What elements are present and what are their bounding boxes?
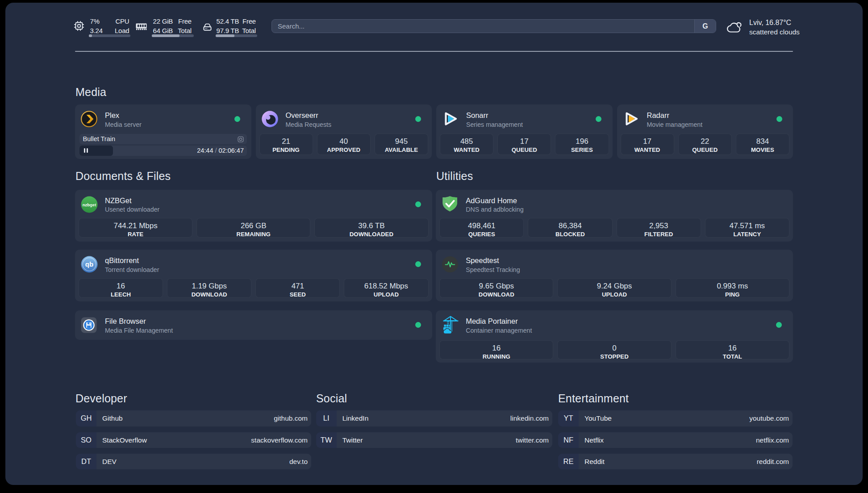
svg-text:qb: qb <box>85 261 93 268</box>
svg-text:nzbget: nzbget <box>83 202 96 207</box>
